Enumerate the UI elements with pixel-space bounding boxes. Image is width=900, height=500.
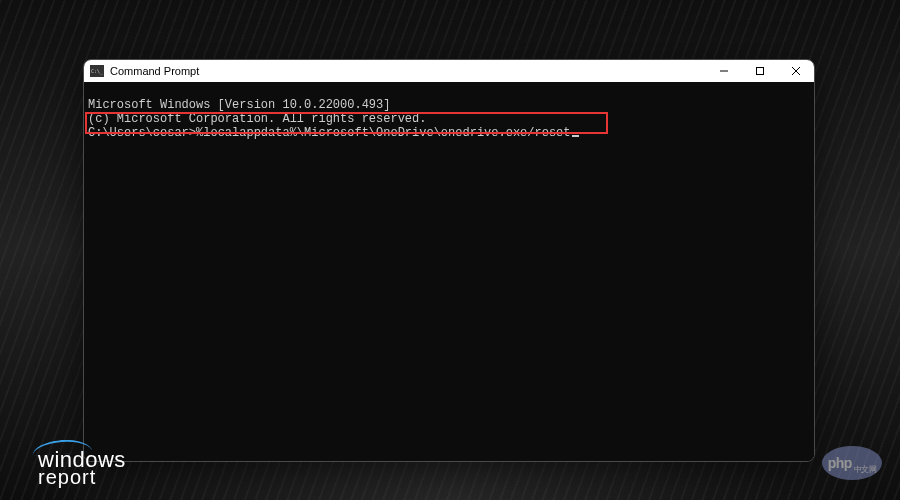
maximize-icon xyxy=(755,66,765,76)
terminal-line: Microsoft Windows [Version 10.0.22000.49… xyxy=(88,98,810,112)
command-text: %localappdata%\Microsoft\OneDrive\onedri… xyxy=(196,126,570,140)
terminal-line: (c) Microsoft Corporation. All rights re… xyxy=(88,112,810,126)
terminal-prompt-line: C:\Users\cesar>%localappdata%\Microsoft\… xyxy=(88,126,810,140)
maximize-button[interactable] xyxy=(742,60,778,82)
svg-rect-1 xyxy=(757,68,764,75)
close-icon xyxy=(791,66,801,76)
titlebar[interactable]: Command Prompt xyxy=(84,60,814,82)
window-controls xyxy=(706,60,814,82)
php-watermark: php 中文网 xyxy=(822,446,882,480)
php-text: php xyxy=(828,455,852,471)
cursor xyxy=(572,135,579,137)
close-button[interactable] xyxy=(778,60,814,82)
windows-report-watermark: windows report xyxy=(38,450,126,486)
prompt-text: C:\Users\cesar> xyxy=(88,126,196,140)
command-prompt-window: Command Prompt Microsoft Windows [Versio… xyxy=(83,59,815,462)
php-suffix: 中文网 xyxy=(854,464,877,475)
terminal-body[interactable]: Microsoft Windows [Version 10.0.22000.49… xyxy=(84,82,814,461)
minimize-button[interactable] xyxy=(706,60,742,82)
minimize-icon xyxy=(719,66,729,76)
cmd-icon xyxy=(90,65,104,77)
window-title: Command Prompt xyxy=(110,65,706,77)
